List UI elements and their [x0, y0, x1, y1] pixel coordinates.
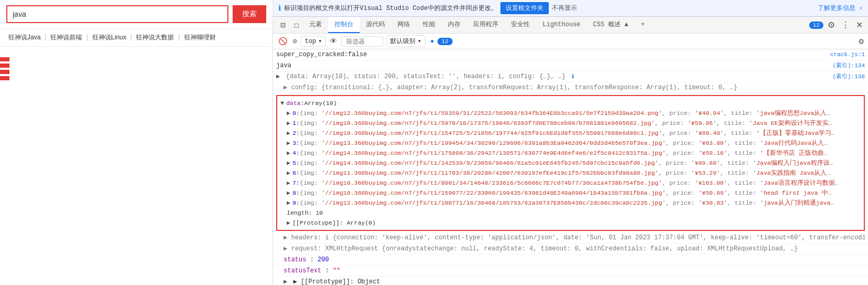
item5-ellipsis: … [830, 159, 833, 167]
item0-img: //img12.360buyimg.com/n7/jfs/t1/59359/31… [325, 109, 658, 118]
tab-performance[interactable]: 性能 [416, 17, 442, 33]
prototype-triangle[interactable]: ▶ [287, 218, 290, 227]
nav-link-bigdata[interactable]: 狂神说大数据 [134, 32, 176, 43]
item2-index: 2 [292, 129, 296, 138]
close-devtools-button[interactable]: ✕ [854, 18, 865, 32]
nav-sep-2: | [86, 32, 88, 43]
cursor-icon[interactable]: ⊡ [276, 18, 290, 33]
response-triangle[interactable]: ▶ [276, 73, 280, 80]
item9-triangle[interactable]: ▶ [287, 198, 290, 207]
log-level-selector[interactable]: 默认级别 ▾ [386, 35, 425, 47]
item7-colon: : [296, 178, 300, 187]
tab-css-overview[interactable]: CSS 概述 ▲ [587, 17, 634, 33]
search-button[interactable]: 搜索 [233, 5, 266, 23]
side-tag-0[interactable]: 活 [0, 57, 9, 61]
item9-ellipsis: … [830, 198, 834, 207]
data-length-text: length: 10 [287, 208, 323, 217]
item5-comma1: ', price: ' [655, 159, 695, 167]
tab-add[interactable]: + [635, 18, 651, 33]
search-input[interactable] [6, 5, 228, 23]
console-source-ref134[interactable]: (索引):134 [832, 61, 865, 70]
error-badge: 12 [809, 22, 823, 29]
learn-more-link[interactable]: 了解更多信息 › [818, 4, 863, 13]
filter-icon[interactable]: ⊘ [291, 36, 298, 47]
item1-triangle[interactable]: ▶ [287, 119, 290, 128]
level-chevron-icon: ▾ [417, 37, 421, 45]
item5-title: Java编程入门java程序设 [756, 159, 829, 167]
prototype-text: [[Prototype]]: Array(0) [292, 218, 376, 227]
item7-triangle[interactable]: ▶ [287, 178, 290, 187]
data-item-7: ▶ 7 : {img: ' //img10.360buyimg.com/n7/j… [280, 178, 861, 188]
item0-ellipsis: … [827, 109, 830, 118]
status-sep: : [310, 256, 317, 263]
console-line-statustext: statusText : "" [273, 266, 868, 277]
context-selector[interactable]: top ▾ [301, 36, 326, 47]
item1-comma2: ', title: ' [713, 119, 753, 128]
side-tag-3[interactable]: 券 [0, 76, 9, 80]
response-text: {data: Array(10), status: 200, statusTex… [286, 73, 566, 80]
set-root-folder-button[interactable]: 设置根文件夹 [500, 2, 549, 14]
item9-index: 9 [292, 198, 296, 207]
console-line-java: java (索引):134 [273, 60, 868, 71]
nav-link-frontend[interactable]: 狂神说前端 [48, 32, 84, 43]
item7-title: Java语言程序设计与数据 [764, 178, 835, 187]
data-key: data [286, 99, 301, 108]
item2-brace: {img: ' [300, 129, 325, 138]
side-tag-1[interactable]: 动 [0, 64, 9, 68]
eye-icon[interactable]: 👁 [329, 36, 338, 47]
filter-input[interactable] [341, 36, 383, 47]
item3-triangle[interactable]: ▶ [287, 139, 290, 147]
item8-triangle[interactable]: ▶ [287, 188, 290, 197]
data-array-header-line: ▼ data : ▼ data: Array(10) Array(10) [280, 98, 861, 108]
console-source-crack[interactable]: crack.js:1 [830, 50, 865, 59]
nav-link-linux[interactable]: 狂神说Linux [90, 32, 129, 43]
tab-application[interactable]: 应用程序 [467, 17, 505, 33]
proto-obj-triangle[interactable]: ▶ [284, 278, 287, 285]
console-source-ref138[interactable]: (索引):138 [832, 72, 865, 81]
dismiss-button[interactable]: 不再显示 [552, 4, 577, 13]
status-key: status [284, 256, 306, 263]
item2-img: //img10.360buyimg.com/n7/jfs/t1/154725/5… [325, 129, 658, 138]
item5-triangle[interactable]: ▶ [287, 159, 290, 167]
tab-lighthouse[interactable]: Lighthouse [536, 18, 587, 33]
item6-triangle[interactable]: ▶ [287, 168, 290, 177]
console-output[interactable]: super_copy_cracked:false crack.js:1 java… [273, 49, 868, 285]
item3-title: Java行代码Java从入 [764, 139, 824, 147]
settings-tab-button[interactable]: ⚙ [825, 18, 837, 32]
tab-security[interactable]: 安全性 [505, 17, 536, 33]
item4-price: ¥59.10 [702, 149, 724, 157]
data-array-triangle[interactable]: ▼ [280, 99, 284, 108]
item0-colon: : [296, 109, 300, 118]
nav-link-finance[interactable]: 狂神聊理财 [182, 32, 218, 43]
data-item-9: ▶ 9 : {img: ' //img12.360buyimg.com/n7/j… [280, 198, 861, 208]
data-item-0: ▶ 0 : {img: ' //img12.360buyimg.com/n7/j… [280, 108, 861, 118]
item2-triangle[interactable]: ▶ [287, 129, 290, 138]
item3-price: ¥63.80 [702, 139, 724, 147]
tab-elements[interactable]: 元素 [303, 17, 328, 33]
console-settings-icon[interactable]: ⚙ [859, 37, 864, 47]
more-options-button[interactable]: ⋮ [839, 18, 852, 32]
item1-comma1: ', price: ' [651, 119, 691, 128]
item6-price: ¥53.29 [695, 168, 716, 177]
item4-index: 4 [292, 149, 296, 157]
item4-triangle[interactable]: ▶ [287, 149, 290, 157]
clear-console-icon[interactable]: 🚫 [277, 36, 288, 47]
item0-triangle[interactable]: ▶ [287, 109, 290, 118]
statustext-key: statusText [284, 267, 321, 275]
nav-link-java[interactable]: 狂神说Java [6, 32, 43, 43]
item4-comma2: ', title: ' [724, 149, 764, 157]
proto-obj-text: ▶ [[Prototype]]: Object [293, 278, 380, 285]
item0-index: 0 [292, 109, 296, 118]
side-tag-2[interactable]: 领 [0, 70, 9, 74]
tab-memory[interactable]: 内存 [442, 17, 467, 33]
item9-title: java从入门到精通java [764, 198, 830, 207]
item9-brace: {img: ' [300, 198, 325, 207]
tab-sources[interactable]: 源代码 [360, 17, 391, 33]
item6-title: Java实践指南 Java从入 [756, 168, 827, 177]
data-colon: : [301, 99, 305, 108]
tab-console[interactable]: 控制台 [328, 17, 360, 33]
mobile-icon[interactable]: ☐ [290, 18, 304, 33]
headers-text: ▶ headers: i {connection: 'keep-alive', … [284, 234, 865, 241]
data-item-2: ▶ 2 : {img: ' //img10.360buyimg.com/n7/j… [280, 128, 861, 138]
tab-network[interactable]: 网络 [391, 17, 416, 33]
